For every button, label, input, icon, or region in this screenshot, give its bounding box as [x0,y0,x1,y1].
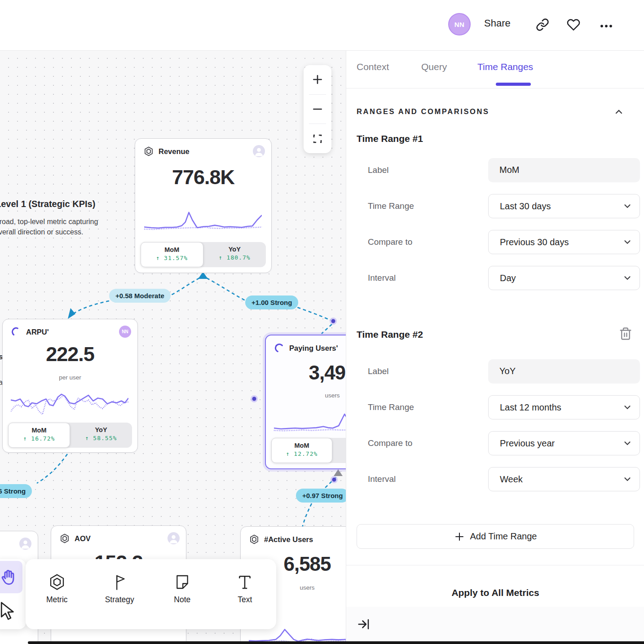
person-icon [253,145,265,157]
card-title: #Active Users [264,535,313,544]
owner-avatar[interactable] [253,145,265,157]
toolbar-item-note[interactable]: Note [151,559,214,629]
comparison-toggle: MoM ↑ 16.72% YoY ↑ 58.55% [8,423,132,448]
metric-card-revenue[interactable]: Revenue 776.8K MoM ↑ 31.57% YoY ↑ 180.7% [135,138,272,273]
more-options-icon[interactable] [600,22,613,35]
note-icon [173,573,192,591]
arrowhead-into-arpu [68,308,75,319]
person-icon [19,538,31,550]
group-note-title: Level 1 (Strategic KPIs) [0,199,95,209]
select-value: Last 30 days [500,201,551,211]
card-header: AOV [59,532,180,545]
toolbar-item-text[interactable]: Text [214,559,277,629]
hand-tool-button[interactable] [0,561,22,593]
correlation-badge[interactable]: +0.97 Strong [296,489,346,503]
time-range-1-title: Time Range #1 [357,133,423,144]
tab-query[interactable]: Query [421,62,447,72]
field-label: Time Range [368,194,414,218]
correlation-badge[interactable]: +1.00 Strong [245,296,298,309]
card-title: Revenue [159,147,190,156]
apply-to-all-metrics-button[interactable]: Apply to All Metrics [346,580,644,606]
panel-footer [346,607,644,644]
sparkline [11,387,128,421]
toolbar-item-label: Text [238,595,252,604]
handle-dot[interactable] [331,319,335,323]
toggle-label: MoM [164,246,179,253]
compare-to-select[interactable]: Previous year [488,431,640,455]
toggle-yoy[interactable]: YoY [332,438,346,463]
select-value: Previous year [500,438,555,448]
add-time-range-button[interactable]: Add Time Range [357,524,634,549]
field-row-time-range: Time Range Last 30 days [368,194,634,218]
card-header: ARPU' NN [11,326,131,338]
tab-context[interactable]: Context [357,62,389,72]
chevron-down-icon [622,474,632,484]
zoom-out-button[interactable] [304,95,331,124]
edge-revenue-paying [207,278,247,301]
select-value: Week [500,474,523,484]
card-title: AOV [75,534,91,543]
metric-tree-canvas[interactable]: Level 1 (Strategic KPIs) Broad, top-leve… [0,51,346,644]
user-avatar[interactable]: NN [448,13,471,35]
metric-hexagon-icon [143,146,154,157]
sparkline [274,406,346,436]
collapse-panel-icon[interactable] [357,618,371,631]
app-header: NN Share [0,0,644,51]
fit-view-button[interactable] [304,124,331,153]
toggle-yoy[interactable]: YoY ↑ 58.55% [70,423,132,448]
compare-to-select[interactable]: Previous 30 days [488,230,640,254]
insert-toolbar: Metric Strategy Note Text [26,559,276,629]
label-input[interactable]: MoM [488,158,640,182]
field-label: Interval [368,467,396,491]
owner-avatar-nn[interactable]: NN [119,326,131,338]
select-tool-button[interactable] [0,595,22,627]
heart-icon[interactable] [567,18,580,31]
edge-arpu-down [37,454,67,483]
card-title: ARPU' [26,328,49,336]
card-header: Paying Users' [274,342,346,354]
toolbar-item-metric[interactable]: Metric [26,559,88,629]
loading-arc-icon [274,343,285,353]
comparison-toggle: MoM ↑ 31.57% YoY ↑ 180.7% [141,242,266,267]
metric-unit: per user [3,374,137,381]
chevron-up-icon[interactable] [613,106,624,117]
card-title: Paying Users' [289,344,338,353]
metric-card-arpu[interactable]: ARPU' NN 222.5 per user MoM ↑ 16.72% YoY… [2,319,138,453]
section-title: RANGES AND COMPARISONS [357,107,490,115]
handle-dot[interactable] [252,397,256,401]
toggle-mom[interactable]: MoM ↑ 31.57% [141,242,203,267]
zoom-in-button[interactable] [304,65,331,94]
metric-hexagon-icon [59,533,70,544]
metric-card-paying-users[interactable]: Paying Users' 3,495 users MoM ↑ 12.72% Y… [265,335,346,469]
field-row-time-range: Time Range Last 12 months [368,395,634,419]
interval-select[interactable]: Day [488,266,640,290]
correlation-badge[interactable]: +0.58 Moderate [109,289,171,303]
toggle-label: YoY [95,426,107,433]
share-button[interactable]: Share [484,18,511,29]
select-value: Last 12 months [500,402,561,412]
edge-revenue-paying-2 [292,305,331,320]
link-icon[interactable] [536,18,549,31]
field-row-compare-to: Compare to Previous year [368,431,634,455]
toolbar-item-label: Metric [46,595,68,604]
toggle-mom[interactable]: MoM ↑ 16.72% [8,423,70,448]
field-label: Compare to [368,431,412,455]
field-row-interval: Interval Day [368,266,634,290]
label-input[interactable]: YoY [488,359,640,384]
delete-time-range-icon[interactable] [619,326,632,341]
canvas-zoom-controls [304,65,331,153]
plus-icon [454,531,465,542]
metric-value: 3,495 [266,362,346,384]
time-range-select[interactable]: Last 12 months [488,395,640,419]
toggle-yoy[interactable]: YoY ↑ 180.7% [203,242,266,267]
time-range-select[interactable]: Last 30 days [488,194,640,218]
tab-time-ranges[interactable]: Time Ranges [477,62,533,72]
correlation-badge[interactable]: 66 Strong [0,484,32,498]
toggle-mom[interactable]: MoM ↑ 12.72% [271,438,332,463]
handle-dot[interactable] [332,478,336,482]
interval-select[interactable]: Week [488,467,640,491]
toolbar-item-strategy[interactable]: Strategy [88,559,151,629]
divider [346,565,644,565]
owner-avatar[interactable] [168,532,180,544]
owner-avatar[interactable] [19,538,31,550]
